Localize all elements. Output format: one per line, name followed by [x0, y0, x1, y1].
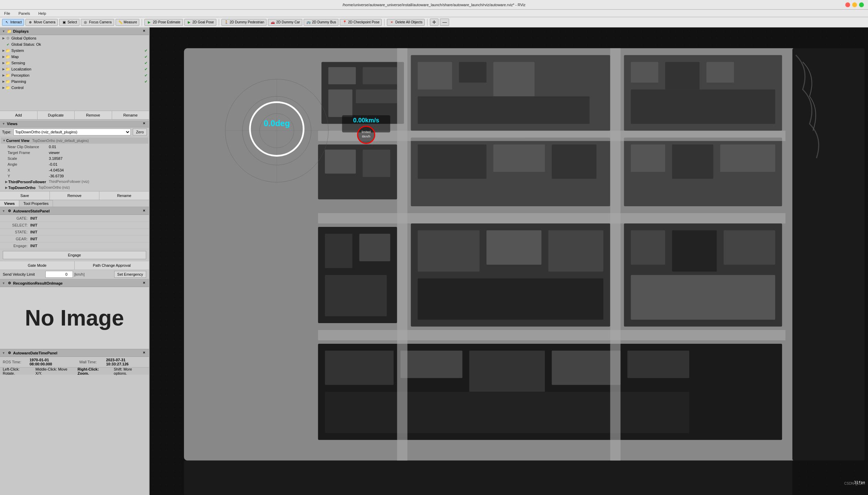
expand-global-status[interactable]	[1, 42, 6, 46]
gate-mode-button[interactable]: Gate Mode	[0, 261, 75, 270]
svg-rect-12	[493, 62, 535, 96]
car-icon: 🚗	[270, 20, 275, 25]
expand-map[interactable]: ▶	[1, 55, 6, 59]
viewport[interactable]: 0.0deg 0.00km/s limited 6km/h 31fps CSDN…	[150, 28, 868, 495]
displays-collapse[interactable]: ▼	[2, 30, 6, 33]
tdo-expand[interactable]: ▶	[4, 186, 8, 190]
top-down-ortho-section[interactable]: ▶ TopDownOrtho TopDownOrtho (rviz)	[1, 185, 148, 190]
datetime-minimize[interactable]: ✕	[143, 351, 147, 355]
more-button[interactable]: —	[440, 19, 449, 26]
tree-item-global-options[interactable]: ▶ ⚙ Global Options	[0, 35, 149, 41]
svg-rect-28	[552, 144, 596, 179]
tree-item-control[interactable]: ▶ 📁 Control	[0, 85, 149, 91]
svg-rect-35	[325, 234, 352, 268]
views-minimize[interactable]: ✕	[143, 122, 147, 126]
interact-label: Interact	[10, 20, 22, 24]
watermark: CSDN @ZAR	[844, 482, 865, 485]
recognition-minimize[interactable]: ✕	[143, 281, 147, 285]
engage-button[interactable]: Engage	[3, 251, 146, 259]
current-view-expand[interactable]: ▼	[2, 139, 6, 143]
close-button[interactable]	[845, 2, 850, 7]
autoware-state-icon: ⚙	[7, 209, 12, 213]
tree-item-perception[interactable]: ▶ 📁 Perception ✔	[0, 72, 149, 78]
rename-button[interactable]: Rename	[112, 111, 149, 119]
expand-control[interactable]: ▶	[1, 86, 6, 90]
tree-item-global-status[interactable]: ✔ Global Status: Ok	[0, 41, 149, 47]
status-bar: Left-Click: Rotate. Middle-Click: Move X…	[0, 367, 149, 375]
tab-tool-properties[interactable]: Tool Properties	[19, 200, 53, 207]
recognition-collapse[interactable]: ▼	[2, 282, 6, 285]
map-label: Map	[11, 55, 19, 59]
minimize-button[interactable]	[852, 2, 857, 7]
goal-pose-button[interactable]: ▶ 2D Goal Pose	[184, 19, 216, 26]
maximize-button[interactable]	[859, 2, 864, 7]
map-folder-icon: 📁	[6, 54, 10, 59]
set-emergency-button[interactable]: Set Emergency	[114, 271, 146, 278]
titlebar: /home/universe/autoware_universe/install…	[0, 0, 868, 10]
measure-button[interactable]: 📏 Measure	[116, 19, 140, 26]
system-label: System	[11, 48, 24, 53]
add-button[interactable]: Add	[0, 111, 37, 119]
displays-buttons: Add Duplicate Remove Rename	[0, 111, 149, 120]
tree-item-localization[interactable]: ▶ 📁 Localization ✔	[0, 66, 149, 72]
tree-item-planning[interactable]: ▶ 📁 Planning ✔	[0, 78, 149, 85]
gate-label: GATE:	[3, 216, 30, 220]
mode-buttons: Gate Mode Path Change Approval	[0, 261, 149, 270]
expand-perception[interactable]: ▶	[1, 73, 6, 77]
no-image-text: No Image	[25, 305, 124, 331]
expand-global-options[interactable]: ▶	[1, 36, 6, 40]
interact-button[interactable]: ↖ Interact	[2, 19, 24, 26]
near-clip-value: 0.01	[49, 145, 56, 149]
views-type-select[interactable]: TopDownOrtho (rviz_default_plugins)	[13, 129, 131, 135]
velocity-input[interactable]	[45, 271, 73, 278]
focus-camera-button[interactable]: ◎ Focus Camera	[81, 19, 114, 26]
angle-label: Angle	[8, 162, 49, 166]
extra-button[interactable]: ✛	[430, 19, 438, 26]
views-collapse[interactable]: ▼	[2, 122, 6, 125]
svg-rect-20	[631, 89, 775, 124]
tab-views[interactable]: Views	[0, 200, 19, 207]
dummy-pedestrian-button[interactable]: 🚶 2D Dummy Pedestrian	[221, 19, 267, 26]
dummy-bus-button[interactable]: 🚌 2D Dummy Bus	[304, 19, 338, 26]
tpf-expand[interactable]: ▶	[4, 180, 8, 184]
displays-tree[interactable]: ▶ ⚙ Global Options ✔ Global Status: Ok ▶…	[0, 35, 149, 111]
save-view-button[interactable]: Save	[0, 191, 50, 200]
delete-all-button[interactable]: ✕ Delete All Objects	[387, 19, 425, 26]
measure-icon: 📏	[118, 20, 123, 25]
pose-estimate-label: 2D Pose Estimate	[153, 20, 180, 24]
remove-view-button[interactable]: Remove	[50, 191, 100, 200]
toolbar: ↖ Interact ⊕ Move Camera ▣ Select ◎ Focu…	[0, 17, 868, 28]
select-button[interactable]: ▣ Select	[59, 19, 79, 26]
datetime-collapse[interactable]: ▼	[2, 351, 6, 355]
recognition-label: RecognitionResultOnImage	[13, 281, 63, 285]
move-camera-button[interactable]: ⊕ Move Camera	[25, 19, 58, 26]
views-zero-button[interactable]: Zero	[133, 129, 147, 135]
autoware-state-minimize[interactable]: ✕	[143, 209, 147, 213]
tree-item-system[interactable]: ▶ 📁 System ✔	[0, 47, 149, 54]
planning-check: ✔	[144, 79, 148, 84]
select-icon: ▣	[62, 20, 66, 25]
expand-localization[interactable]: ▶	[1, 67, 6, 71]
no-image-area: No Image	[0, 287, 149, 349]
path-change-approval-button[interactable]: Path Change Approval	[75, 261, 149, 270]
remove-button[interactable]: Remove	[75, 111, 112, 119]
recognition-panel: ▼ ⚙ RecognitionResultOnImage ✕ No Image	[0, 279, 149, 349]
displays-minimize[interactable]: ✕	[143, 29, 147, 33]
checkpoint-pose-button[interactable]: 📍 2D Checkpoint Pose	[340, 19, 382, 26]
menu-file[interactable]: File	[3, 11, 12, 16]
duplicate-button[interactable]: Duplicate	[37, 111, 75, 119]
menubar: File Panels Help	[0, 10, 868, 17]
tree-item-sensing[interactable]: ▶ 📁 Sensing ✔	[0, 60, 149, 66]
map-check: ✔	[144, 55, 148, 59]
tree-item-map[interactable]: ▶ 📁 Map ✔	[0, 54, 149, 60]
autoware-state-collapse[interactable]: ▼	[2, 209, 6, 213]
third-person-follower-section[interactable]: ▶ ThirdPersonFollower ThirdPersonFollowe…	[1, 179, 148, 185]
expand-sensing[interactable]: ▶	[1, 61, 6, 65]
expand-planning[interactable]: ▶	[1, 79, 6, 84]
rename-view-button[interactable]: Rename	[99, 191, 149, 200]
expand-system[interactable]: ▶	[1, 48, 6, 53]
dummy-car-button[interactable]: 🚗 2D Dummy Car	[268, 19, 302, 26]
menu-panels[interactable]: Panels	[17, 11, 32, 16]
pose-estimate-button[interactable]: ▶ 2D Pose Estimate	[144, 19, 183, 26]
menu-help[interactable]: Help	[37, 11, 47, 16]
